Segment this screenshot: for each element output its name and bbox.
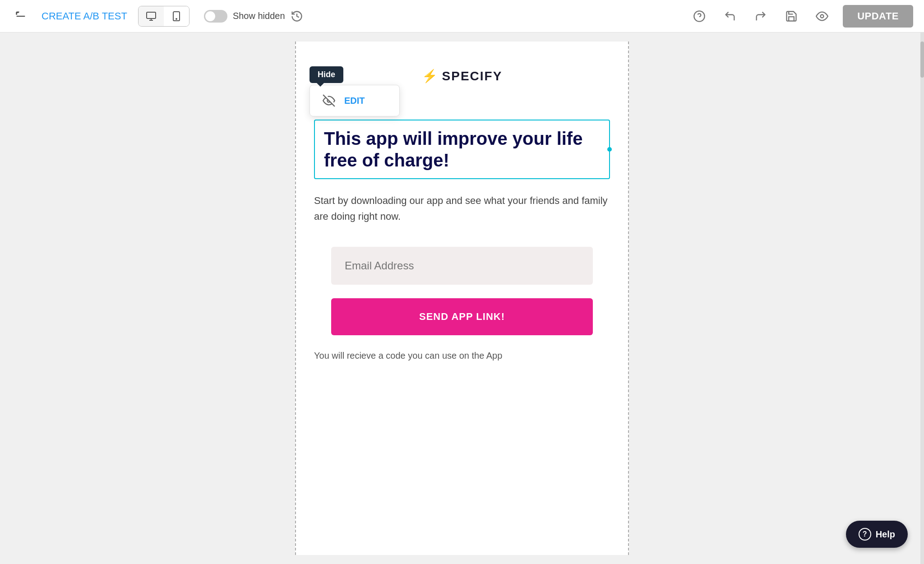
desktop-view-button[interactable]	[139, 6, 164, 26]
hide-tooltip[interactable]: Hide	[310, 66, 343, 83]
back-button[interactable]	[11, 6, 31, 26]
svg-point-8	[821, 14, 824, 18]
headline-resize-handle[interactable]	[607, 147, 612, 152]
device-toggle	[138, 6, 189, 27]
footer-note: You will recieve a code you can use on t…	[314, 349, 610, 362]
logo-text: SPECIFY	[442, 69, 503, 83]
edit-button[interactable]: EDIT	[344, 96, 365, 106]
help-label: Help	[876, 529, 895, 540]
scrollbar-thumb[interactable]	[920, 42, 924, 78]
logo-icon: ⚡	[422, 69, 438, 83]
preview-button[interactable]	[812, 6, 832, 26]
redo-button[interactable]	[751, 6, 771, 26]
hide-popup: EDIT	[310, 85, 400, 116]
help-button[interactable]: ? Help	[846, 521, 908, 548]
help-icon-button[interactable]	[689, 6, 709, 26]
svg-rect-1	[147, 12, 156, 18]
headline-block[interactable]: This app will improve your life free of …	[314, 120, 610, 179]
svg-point-5	[176, 18, 177, 19]
toolbar: CREATE A/B TEST Show hidden	[0, 0, 924, 32]
history-icon[interactable]	[291, 10, 303, 23]
undo-button[interactable]	[720, 6, 740, 26]
visibility-off-icon[interactable]	[321, 92, 337, 109]
update-button[interactable]: UPDATE	[843, 5, 913, 28]
scrollbar[interactable]	[920, 32, 924, 564]
email-input[interactable]	[331, 247, 593, 285]
save-button[interactable]	[781, 6, 801, 26]
cta-button[interactable]: SEND APP LINK!	[331, 298, 593, 335]
subtitle-text: Start by downloading our app and see wha…	[314, 193, 610, 224]
show-hidden-toggle-container: Show hidden	[204, 10, 303, 23]
main-area: ⚡ SPECIFY This app will improve your lif…	[0, 32, 924, 564]
page-canvas: ⚡ SPECIFY This app will improve your lif…	[295, 42, 629, 555]
show-hidden-toggle[interactable]	[204, 10, 227, 23]
help-circle-icon: ?	[859, 528, 871, 541]
hide-tooltip-area: Hide EDIT	[310, 66, 400, 116]
create-ab-test-button[interactable]: CREATE A/B TEST	[42, 10, 127, 22]
headline-text: This app will improve your life free of …	[324, 128, 600, 171]
show-hidden-label: Show hidden	[233, 11, 285, 21]
mobile-view-button[interactable]	[164, 6, 189, 26]
